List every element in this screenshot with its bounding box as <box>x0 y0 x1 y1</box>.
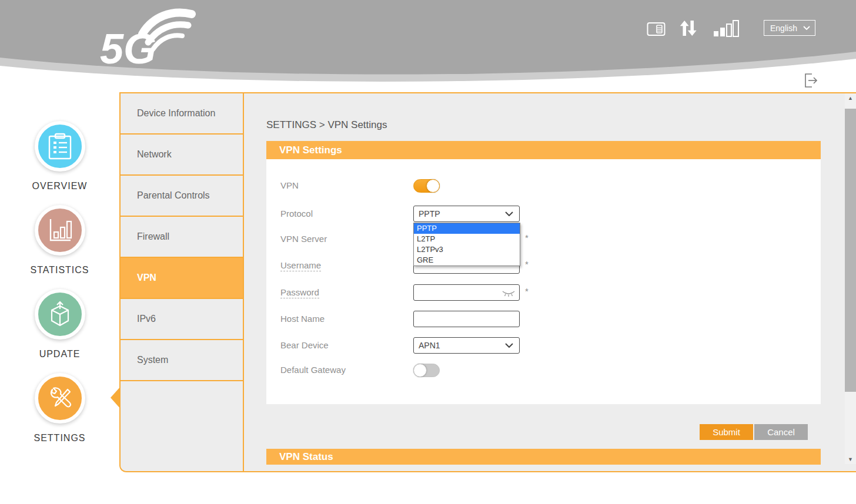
nav-item-device-information[interactable]: Device Information <box>121 93 243 135</box>
sidebar-item-settings[interactable]: SETTINGS <box>0 373 119 443</box>
row-host-name: Host Name <box>266 311 821 327</box>
settings-subnav: Device Information Network Parental Cont… <box>121 93 244 471</box>
row-password: Password * <box>266 284 821 301</box>
breadcrumb: SETTINGS > VPN Settings <box>266 119 387 131</box>
nav-item-system[interactable]: System <box>121 340 243 381</box>
updown-arrows-icon <box>680 21 700 37</box>
update-circle <box>35 289 85 340</box>
row-vpn-server: VPN Server * <box>266 231 821 247</box>
scrollbar-thumb[interactable] <box>845 109 856 392</box>
eye-closed-icon[interactable] <box>502 290 515 297</box>
vpn-server-required: * <box>525 233 529 243</box>
sidebar-item-overview[interactable]: OVERVIEW <box>0 121 119 191</box>
nav-filler <box>121 381 243 471</box>
protocol-option-l2tpv3[interactable]: L2TPv3 <box>414 244 520 255</box>
host-name-input[interactable] <box>413 311 520 327</box>
vpn-toggle-knob <box>426 179 440 193</box>
main-container: Device Information Network Parental Cont… <box>119 92 856 472</box>
settings-circle <box>35 373 85 424</box>
protocol-label: Protocol <box>280 206 313 222</box>
language-value: English <box>770 23 797 33</box>
scroll-down-arrow-icon[interactable]: ▼ <box>845 455 856 464</box>
protocol-dropdown-list: PPTP L2TP L2TPv3 GRE <box>413 223 520 266</box>
nav-item-vpn[interactable]: VPN <box>121 258 243 299</box>
logo-text: 5G <box>100 25 156 70</box>
username-required: * <box>525 259 529 269</box>
default-gateway-label: Default Gateway <box>280 362 346 378</box>
bear-device-select[interactable]: APN1 <box>413 337 520 354</box>
protocol-select[interactable]: PPTP <box>413 206 520 222</box>
row-default-gateway: Default Gateway <box>266 362 821 378</box>
protocol-value: PPTP <box>419 209 440 219</box>
chevron-down-icon <box>505 211 513 216</box>
vpn-toggle[interactable] <box>413 179 440 193</box>
vpn-status-panel-title: VPN Status <box>266 449 821 465</box>
chevron-down-icon <box>505 343 513 348</box>
logo-5g: 5G <box>99 6 205 70</box>
sidebar-label-overview: OVERVIEW <box>0 181 119 191</box>
chevron-down-icon <box>803 26 810 30</box>
signal-bars-icon <box>714 20 740 38</box>
sidebar-label-statistics: STATISTICS <box>0 265 119 275</box>
vpn-label: VPN <box>280 177 299 194</box>
nav-item-parental-controls[interactable]: Parental Controls <box>121 176 243 217</box>
tools-icon <box>46 385 73 412</box>
protocol-option-pptp[interactable]: PPTP <box>414 223 520 234</box>
row-bear-device: Bear Device APN1 <box>266 337 821 354</box>
vpn-settings-panel-title: VPN Settings <box>266 141 821 159</box>
nav-item-firewall[interactable]: Firewall <box>121 217 243 258</box>
update-box-icon <box>47 301 73 328</box>
sidebar-label-settings: SETTINGS <box>0 433 119 443</box>
row-vpn: VPN <box>266 177 821 194</box>
username-label: Username <box>280 260 321 271</box>
protocol-option-gre[interactable]: GRE <box>414 255 520 266</box>
row-username: Username * <box>266 257 821 274</box>
row-protocol: Protocol PPTP <box>266 206 821 222</box>
nav-item-network[interactable]: Network <box>121 135 243 176</box>
clipboard-icon <box>48 133 72 160</box>
bar-chart-icon <box>47 218 73 243</box>
logout-icon[interactable] <box>803 72 818 89</box>
vpn-server-label: VPN Server <box>280 231 327 247</box>
statistics-circle <box>35 205 85 256</box>
bear-device-label: Bear Device <box>280 337 329 354</box>
header-status-icons <box>647 20 740 38</box>
host-name-label: Host Name <box>280 311 325 327</box>
cancel-button[interactable]: Cancel <box>754 424 808 440</box>
bear-device-value: APN1 <box>419 341 440 350</box>
submit-button[interactable]: Submit <box>700 424 753 440</box>
default-gateway-toggle-knob <box>413 364 427 377</box>
password-required: * <box>525 286 529 296</box>
scroll-up-arrow-icon[interactable]: ▲ <box>845 93 856 103</box>
protocol-option-l2tp[interactable]: L2TP <box>414 234 520 244</box>
default-gateway-toggle[interactable] <box>413 364 440 377</box>
sidebar-item-statistics[interactable]: STATISTICS <box>0 205 119 275</box>
sidebar-label-update: UPDATE <box>0 349 119 359</box>
sim-card-icon <box>647 22 666 36</box>
password-label: Password <box>280 287 319 298</box>
overview-circle <box>35 121 85 172</box>
sidebar-item-update[interactable]: UPDATE <box>0 289 119 359</box>
content-area: SETTINGS > VPN Settings VPN Settings VPN… <box>244 93 856 471</box>
language-select[interactable]: English <box>764 20 815 36</box>
vertical-scrollbar[interactable]: ▲ ▼ <box>845 93 856 464</box>
active-section-pointer <box>111 387 121 409</box>
vpn-settings-form: VPN Protocol PPTP VPN Server <box>266 159 821 404</box>
nav-item-ipv6[interactable]: IPv6 <box>121 299 243 340</box>
